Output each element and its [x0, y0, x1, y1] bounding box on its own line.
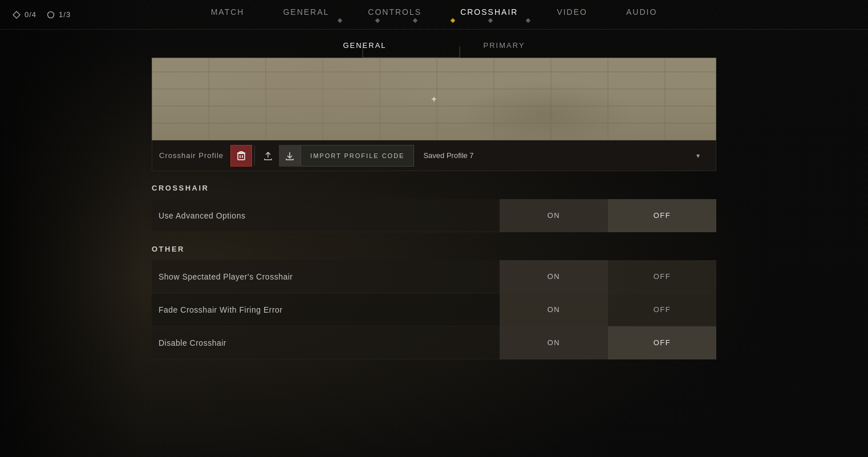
disable-crosshair-on[interactable]: On — [500, 326, 608, 359]
dot-crosshair — [451, 18, 455, 22]
download-profile-button[interactable] — [279, 145, 301, 167]
dropdown-arrow-icon: ▾ — [696, 152, 700, 160]
disable-crosshair-off[interactable]: Off — [608, 326, 716, 359]
fade-crosshair-off[interactable]: Off — [608, 293, 716, 326]
profile-actions: IMPORT PROFILE CODE — [230, 145, 414, 167]
profile-dropdown[interactable]: Saved Profile 7 ▾ — [414, 151, 709, 160]
diamond-icon — [11, 10, 22, 20]
diamond-stat: 0/4 — [11, 10, 36, 20]
nav-dots-row — [338, 19, 530, 22]
fade-crosshair-label: Fade Crosshair With Firing Error — [152, 305, 500, 314]
diamond-count: 0/4 — [25, 10, 36, 19]
dot-video — [488, 18, 493, 22]
use-advanced-options-row: Use Advanced Options On Off — [152, 199, 716, 232]
dot-match — [338, 18, 342, 22]
disable-crosshair-row: Disable Crosshair On Off — [152, 326, 716, 359]
use-advanced-options-on[interactable]: On — [500, 199, 608, 232]
preview-area: + — [152, 58, 716, 140]
show-spectated-crosshair-row: Show Spectated Player's Crosshair On Off — [152, 260, 716, 293]
fade-crosshair-on[interactable]: On — [500, 293, 608, 326]
trash-icon — [237, 151, 245, 160]
crosshair-preview: + — [431, 95, 436, 104]
main-area: + Crosshair Profile — [0, 50, 868, 457]
fade-crosshair-row: Fade Crosshair With Firing Error On Off — [152, 293, 716, 326]
download-icon — [285, 151, 294, 160]
crosshair-section-header: CROSSHAIR — [152, 171, 716, 199]
disable-crosshair-label: Disable Crosshair — [152, 338, 500, 347]
show-spectated-crosshair-on[interactable]: On — [500, 260, 608, 293]
import-profile-code-button[interactable]: IMPORT PROFILE CODE — [301, 145, 414, 167]
tab-general[interactable]: GENERAL — [281, 7, 331, 17]
circle-stat: 1/3 — [46, 10, 71, 20]
tab-crosshair[interactable]: CROSSHAIR — [458, 7, 520, 17]
dot-controls — [413, 18, 417, 22]
profile-row: Crosshair Profile — [152, 140, 716, 171]
fade-crosshair-toggle: On Off — [500, 293, 716, 326]
subtabs-area: GENERAL PRIMARY — [0, 30, 868, 50]
use-advanced-options-toggle: On Off — [500, 199, 716, 232]
tab-audio[interactable]: AUDIO — [624, 7, 659, 17]
delete-profile-button[interactable] — [230, 145, 252, 167]
nav-tabs-wrapper: MATCH GENERAL CONTROLS CROSSHAIR VIDEO A… — [209, 7, 660, 22]
svg-point-1 — [48, 11, 54, 18]
nav-tabs-row: MATCH GENERAL CONTROLS CROSSHAIR VIDEO A… — [209, 7, 660, 17]
use-advanced-options-label: Use Advanced Options — [152, 211, 500, 220]
svg-rect-5 — [238, 153, 245, 160]
show-spectated-crosshair-off[interactable]: Off — [608, 260, 716, 293]
svg-marker-0 — [13, 11, 20, 18]
tab-video[interactable]: VIDEO — [554, 7, 590, 17]
divider-1 — [254, 146, 255, 165]
settings-panel: + Crosshair Profile — [152, 58, 716, 457]
dot-audio — [526, 18, 530, 22]
selected-profile-name: Saved Profile 7 — [423, 151, 473, 160]
circle-icon — [46, 10, 56, 20]
show-spectated-crosshair-label: Show Spectated Player's Crosshair — [152, 272, 500, 281]
use-advanced-options-off[interactable]: Off — [608, 199, 716, 232]
dot-general — [375, 18, 380, 22]
disable-crosshair-toggle: On Off — [500, 326, 716, 359]
upload-profile-button[interactable] — [257, 145, 279, 167]
profile-label: Crosshair Profile — [159, 151, 224, 160]
circle-count: 1/3 — [59, 10, 71, 19]
tab-controls[interactable]: CONTROLS — [366, 7, 424, 17]
tab-match[interactable]: MATCH — [209, 7, 247, 17]
upload-icon — [263, 151, 273, 160]
subtabs: GENERAL PRIMARY — [343, 41, 525, 50]
show-spectated-crosshair-toggle: On Off — [500, 260, 716, 293]
top-nav: 0/4 1/3 MATCH GENERAL CONTROLS — [0, 0, 868, 30]
stat-area: 0/4 1/3 — [11, 10, 71, 20]
other-section-header: OTHER — [152, 232, 716, 260]
